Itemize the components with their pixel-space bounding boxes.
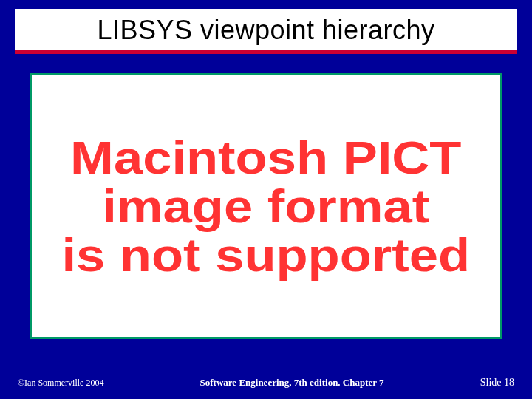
- title-area: LIBSYS viewpoint hierarchy: [15, 9, 517, 50]
- content-box: Macintosh PICT image format is not suppo…: [30, 73, 502, 339]
- error-line-1: Macintosh PICT: [62, 133, 471, 182]
- footer-center-text: Software Engineering, 7th edition. Chapt…: [200, 377, 384, 389]
- copyright-text: ©Ian Sommerville 2004: [18, 378, 103, 389]
- error-line-3: is not supported: [62, 231, 471, 279]
- title-underline: [15, 50, 517, 54]
- footer: ©Ian Sommerville 2004 Software Engineeri…: [0, 377, 532, 389]
- unsupported-image-message: Macintosh PICT image format is not suppo…: [62, 133, 471, 279]
- error-line-2: image format: [62, 182, 471, 231]
- page-title: LIBSYS viewpoint hierarchy: [15, 15, 517, 46]
- slide-number: Slide 18: [480, 377, 514, 389]
